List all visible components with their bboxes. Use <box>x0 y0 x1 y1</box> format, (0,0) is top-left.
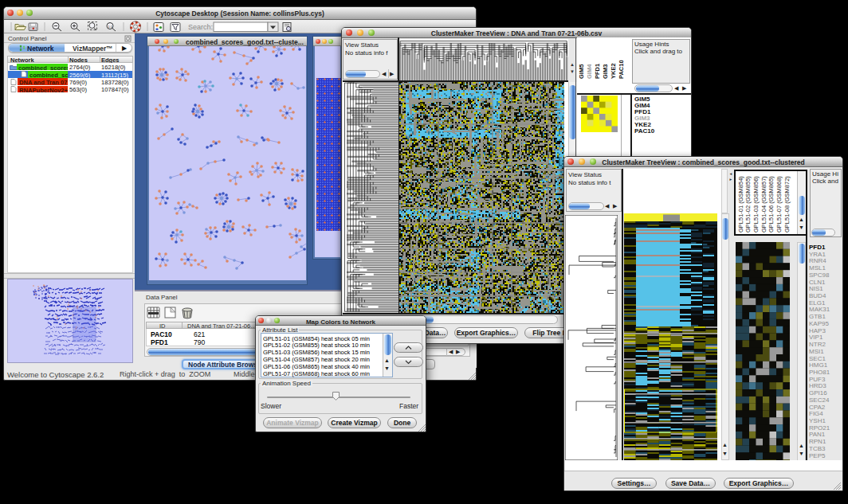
svg-text:1:1: 1:1 <box>108 25 113 29</box>
svg-text:GIM3: GIM3 <box>602 64 609 79</box>
svg-text:GIM4: GIM4 <box>586 64 593 79</box>
svg-text:GPL51-07 (GSM868): GPL51-07 (GSM868) <box>775 176 783 232</box>
svg-text:GPL51-01 (GSM854): GPL51-01 (GSM854) <box>737 176 744 232</box>
svg-text:GIM5: GIM5 <box>578 64 585 79</box>
svg-text:GPL51-02 (GSM855): GPL51-02 (GSM855) <box>744 176 752 232</box>
svg-text:PFD1: PFD1 <box>594 64 601 79</box>
svg-text:YKE2: YKE2 <box>610 63 617 79</box>
svg-text:GPL51-06 (GSM865): GPL51-06 (GSM865) <box>768 176 775 232</box>
svg-text:Search:: Search: <box>188 23 213 31</box>
svg-text:GPL51-03 (GSM856): GPL51-03 (GSM856) <box>752 176 760 232</box>
svg-text:GPL51-08 (GSM872): GPL51-08 (GSM872) <box>783 176 791 232</box>
svg-text:GPL51-04 (GSM857): GPL51-04 (GSM857) <box>760 176 768 232</box>
svg-text:PAC10: PAC10 <box>618 60 625 79</box>
